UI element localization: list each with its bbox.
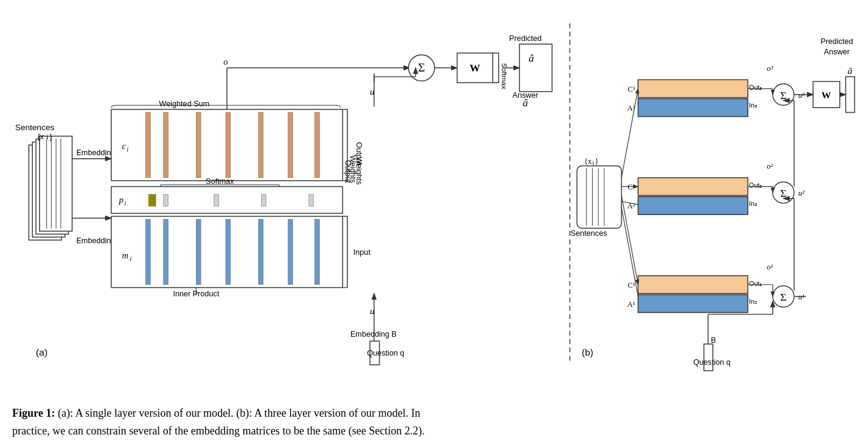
- ci-label: c: [122, 141, 126, 151]
- svg-rect-29: [258, 219, 263, 285]
- caption-figure-label: Figure 1:: [12, 407, 55, 419]
- embedding-b-label: Embedding B: [350, 330, 397, 339]
- svg-rect-27: [196, 219, 201, 285]
- svg-rect-31: [315, 219, 320, 285]
- w-box-b-label: W: [822, 90, 831, 100]
- predicted-a-hat: â: [523, 97, 528, 109]
- weighted-sum-label: Weighted Sum: [159, 100, 210, 108]
- svg-rect-18: [111, 186, 342, 213]
- sentences-xi-sub: i: [46, 133, 48, 141]
- w-box-label: W: [469, 62, 480, 74]
- svg-rect-26: [164, 219, 168, 285]
- figure-caption: Figure 1: (a): A single layer version of…: [12, 405, 856, 440]
- mi-label: m: [122, 251, 129, 260]
- svg-rect-19: [149, 194, 156, 206]
- caption-part-a: (a): A single layer version of our model…: [58, 407, 236, 419]
- o1-label: o¹: [767, 263, 773, 271]
- svg-rect-15: [258, 112, 263, 178]
- weights-label: Weights: [355, 157, 363, 185]
- softmax-right-label: Softmax: [501, 63, 508, 89]
- in2-label-1: In₂: [749, 298, 757, 305]
- c2-label: C²: [627, 183, 635, 191]
- svg-rect-30: [288, 219, 293, 285]
- sigma2: Σ: [780, 187, 786, 199]
- sentences-b-label: Sentences: [571, 229, 607, 238]
- u3-label: u³: [798, 91, 805, 100]
- svg-rect-14: [226, 112, 231, 178]
- svg-rect-13: [196, 112, 201, 178]
- svg-rect-25: [146, 219, 151, 285]
- svg-rect-20: [164, 194, 168, 206]
- sentences-xi-label: {x: [37, 133, 44, 141]
- svg-rect-56: [638, 295, 748, 312]
- a-hat-b: â: [847, 65, 852, 76]
- predicted-answer-hat: â: [529, 52, 534, 64]
- sigma1: Σ: [780, 291, 786, 303]
- in3-label2: In₃: [749, 101, 757, 109]
- caption-rest: practice, we can constrain several of th…: [12, 425, 425, 437]
- svg-rect-60: [638, 99, 748, 117]
- svg-rect-12: [164, 112, 168, 178]
- softmax-label: Softmax: [206, 177, 234, 186]
- svg-rect-57: [638, 178, 748, 196]
- ci-subscript: i: [127, 145, 129, 153]
- svg-line-73: [621, 89, 638, 178]
- out3-label: Out₃: [749, 84, 762, 91]
- svg-rect-47: [519, 44, 552, 92]
- a1-label: A¹: [627, 300, 635, 309]
- o3-label: o³: [767, 64, 773, 73]
- sentences-xi-b-sub: i: [592, 159, 594, 166]
- predicted-answer-b-label2: Answer: [824, 48, 850, 56]
- c3-label: C³: [627, 85, 635, 93]
- caption-part-b: (b): A three layer version of our model.…: [236, 407, 420, 419]
- question-q-b-label: Question q: [693, 358, 731, 367]
- svg-rect-83: [845, 77, 855, 112]
- svg-rect-17: [315, 112, 320, 178]
- b-label: B: [711, 336, 716, 345]
- sentences-xi-b-brace: }: [595, 157, 598, 166]
- mi-subscript: i: [129, 255, 131, 262]
- svg-rect-16: [288, 112, 293, 178]
- svg-rect-22: [261, 194, 266, 206]
- svg-rect-23: [309, 194, 314, 206]
- out2-label: Out₂: [749, 181, 762, 189]
- u1-label: u¹: [798, 293, 805, 301]
- svg-rect-58: [638, 197, 748, 214]
- u-bottom-label: u: [370, 306, 374, 316]
- part-a-label: (a): [36, 347, 48, 357]
- in3-label: In₃: [749, 200, 757, 207]
- out1-label: Out₁: [749, 280, 762, 287]
- main-container: Sentences {x i } Embedding C Embedding A…: [0, 0, 868, 443]
- question-q-label: Question q: [367, 349, 404, 357]
- sentences-xi-brace: }: [49, 133, 52, 141]
- predicted-answer-label: Predicted: [509, 34, 541, 43]
- input-label: Input: [353, 248, 371, 257]
- part-b-label: (b): [582, 347, 593, 357]
- o-label: o: [223, 57, 228, 67]
- sentences-xi-b: {x: [584, 157, 592, 166]
- svg-rect-11: [146, 112, 151, 178]
- u-top-label: u: [370, 87, 374, 97]
- svg-rect-21: [214, 194, 219, 206]
- svg-rect-28: [226, 219, 231, 285]
- svg-rect-84: [704, 344, 713, 371]
- sentences-label: Sentences: [15, 123, 54, 132]
- o2-label: o²: [767, 162, 773, 170]
- svg-rect-55: [638, 276, 748, 293]
- pi-label: p: [118, 195, 123, 205]
- c1-label: C¹: [627, 281, 635, 290]
- pi-subscript: i: [125, 199, 126, 207]
- u2-label: u²: [798, 189, 805, 197]
- predicted-answer-b-label: Predicted: [820, 37, 853, 46]
- sigma-symbol: Σ: [418, 61, 425, 74]
- svg-rect-50: [577, 166, 621, 228]
- diagram-area: Sentences {x i } Embedding C Embedding A…: [12, 6, 856, 385]
- sentences-stack: [29, 136, 72, 240]
- sigma3: Σ: [780, 89, 786, 101]
- svg-rect-59: [638, 79, 748, 97]
